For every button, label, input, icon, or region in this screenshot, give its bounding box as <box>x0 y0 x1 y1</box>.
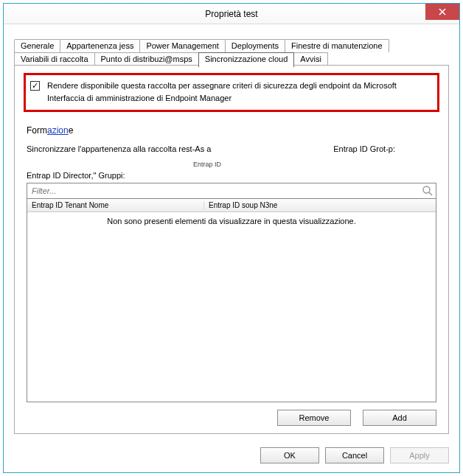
column-soup-name[interactable]: Entrap ID soup N3ne <box>204 201 436 209</box>
tab-power-management[interactable]: Power Management <box>139 39 225 52</box>
list-button-row: Remove Add <box>24 402 439 426</box>
groups-label: Entrap ID Director," Gruppi: <box>27 171 439 180</box>
highlight-box: Rendere disponibile questa raccolta per … <box>24 73 439 112</box>
column-tenant-name[interactable]: Entrap ID Tenant Nome <box>27 201 204 209</box>
tab-deployments[interactable]: Deployments <box>225 39 285 52</box>
groups-listview[interactable]: Entrap ID Tenant Nome Entrap ID soup N3n… <box>27 199 436 402</box>
filter-wrap <box>27 183 436 199</box>
sync-value: Entrap ID Grot-p: <box>333 144 439 153</box>
tab-appartenenza[interactable]: Appartenenza jess <box>60 39 140 52</box>
tab-panel: Rendere disponibile questa raccolta per … <box>14 65 449 434</box>
cancel-button[interactable]: Cancel <box>325 447 384 463</box>
remove-button[interactable]: Remove <box>277 410 351 426</box>
dialog-button-row: OK Cancel Apply <box>4 440 459 472</box>
apply-button[interactable]: Apply <box>390 447 449 463</box>
tab-punto-distribuzione[interactable]: Punto di distribuzi@msps <box>94 52 199 66</box>
svg-line-1 <box>429 192 432 195</box>
tab-strip: Generale Appartenenza jess Power Managem… <box>14 39 449 66</box>
add-button[interactable]: Add <box>363 410 436 426</box>
empty-text: Non sono presenti elementi da visualizza… <box>107 217 356 225</box>
filter-input[interactable] <box>27 183 436 199</box>
option-line-2: Interfaccia di amministrazione di Endpoi… <box>47 92 397 105</box>
tab-avvisi[interactable]: Avvisi <box>293 52 328 66</box>
heading-prefix: Form <box>27 125 47 136</box>
close-icon <box>439 8 446 15</box>
content-area: Generale Appartenenza jess Power Managem… <box>4 24 459 440</box>
sync-label: Sincronizzare l'appartenenza alla raccol… <box>27 144 316 153</box>
dialog-window: Proprietà test Generale Appartenenza jes… <box>3 3 460 473</box>
endpoint-security-label: Rendere disponibile questa raccolta per … <box>47 80 397 104</box>
tab-sincronizzazione-cloud[interactable]: Sincronizzazione cloud <box>198 52 295 67</box>
heading-suffix: e <box>69 125 74 136</box>
sync-row: Sincronizzare l'appartenenza alla raccol… <box>27 144 439 153</box>
window-title: Proprietà test <box>4 9 459 19</box>
ok-button[interactable]: OK <box>260 447 319 463</box>
endpoint-security-checkbox[interactable] <box>30 81 40 91</box>
hint-text: Entrap ID <box>193 161 439 168</box>
close-button[interactable] <box>425 4 459 20</box>
tab-finestre-manutenzione[interactable]: Finestre di manutenzione <box>285 39 389 52</box>
list-header: Entrap ID Tenant Nome Entrap ID soup N3n… <box>27 199 436 212</box>
section-heading: Formazione <box>27 125 439 136</box>
tab-generale[interactable]: Generale <box>14 39 60 52</box>
tab-row-1: Generale Appartenenza jess Power Managem… <box>14 39 449 52</box>
title-bar: Proprietà test <box>4 4 459 24</box>
tab-row-2: Variabili di raccolta Punto di distribuz… <box>14 52 449 66</box>
option-line-1: Rendere disponibile questa raccolta per … <box>47 80 397 92</box>
tab-variabili-raccolta[interactable]: Variabili di raccolta <box>14 52 95 66</box>
list-body: Non sono presenti elementi da visualizza… <box>27 212 436 402</box>
svg-point-0 <box>423 186 430 193</box>
heading-link[interactable]: azion <box>47 125 69 136</box>
search-icon <box>422 185 434 197</box>
